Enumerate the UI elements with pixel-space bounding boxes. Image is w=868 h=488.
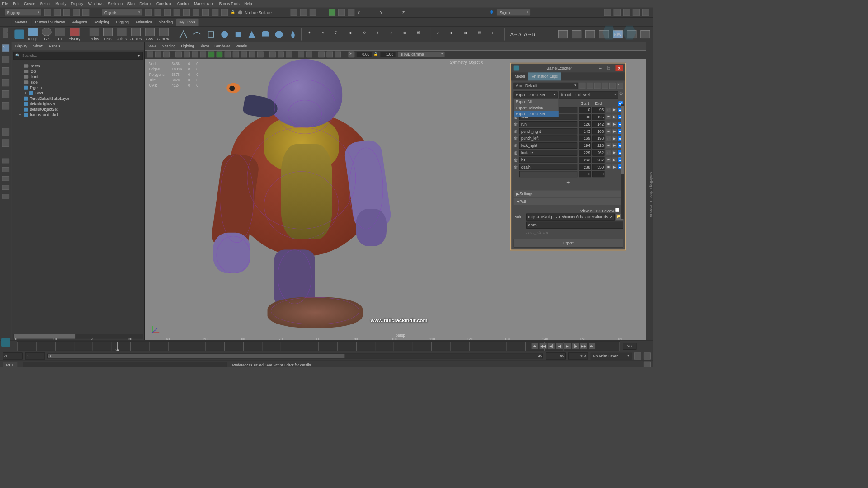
shelf-tab-general[interactable]: General: [12, 18, 32, 26]
snap-point-icon[interactable]: [193, 9, 199, 16]
shelf-rig-2[interactable]: ✕: [321, 28, 331, 41]
vp-image-icon[interactable]: [163, 52, 170, 58]
anim-layer-dropdown[interactable]: No Anim Layer: [591, 352, 632, 359]
clip-name-kick_left[interactable]: kick_left: [519, 150, 577, 156]
open-scene-icon[interactable]: [54, 9, 61, 16]
menuset-dropdown[interactable]: Rigging: [4, 9, 42, 16]
shelf-rig-5[interactable]: ⟲: [362, 28, 373, 41]
vp-film-icon[interactable]: [184, 52, 190, 58]
clip-play-run[interactable]: ▶: [612, 122, 617, 127]
render-icon[interactable]: [300, 9, 307, 16]
shelf-rig-9[interactable]: ⛓: [416, 28, 427, 41]
snap-surface-icon[interactable]: [212, 9, 218, 16]
outliner-item-persp[interactable]: persp: [13, 63, 143, 69]
layout-opt-3[interactable]: [2, 176, 10, 181]
view-fbx-checkbox[interactable]: [615, 208, 620, 212]
clip-name-punch_right[interactable]: punch_right: [519, 128, 577, 135]
menu-display[interactable]: Display: [71, 2, 83, 6]
viewport[interactable]: View Shading Lighting Show Renderer Pane…: [145, 42, 646, 340]
shelf-maya-icon[interactable]: [14, 28, 25, 41]
vp-xray-icon[interactable]: [278, 52, 284, 58]
clip-range-death[interactable]: ⇄: [606, 164, 611, 169]
shelf-tab-polygons[interactable]: Polygons: [68, 18, 90, 26]
prefix-field[interactable]: anim_: [526, 222, 623, 229]
clip-play-hit[interactable]: ▶: [612, 157, 617, 162]
autokey-icon[interactable]: [634, 352, 641, 359]
clip-range-punch_right[interactable]: ⇄: [606, 129, 611, 134]
shelf-rig-3[interactable]: ⤴: [334, 28, 345, 41]
clip-start-punch_right[interactable]: 143: [579, 128, 591, 135]
anim-start-field[interactable]: -1: [3, 352, 23, 359]
shelf-tab-animation[interactable]: Animation: [132, 18, 156, 26]
command-input[interactable]: [23, 362, 227, 367]
menu-deform[interactable]: Deform: [139, 2, 151, 6]
clip-range-punch_left[interactable]: ⇄: [606, 136, 611, 141]
shelf-tool-3[interactable]: [205, 28, 216, 41]
shelf-rig-8[interactable]: ◉: [403, 28, 414, 41]
preset-dropdown[interactable]: Anim Default: [514, 83, 578, 89]
clip-end-punch_right[interactable]: 168: [592, 128, 604, 135]
export-mode-dropdown[interactable]: Export Object Set: [514, 91, 558, 98]
clip-delete-punch_right[interactable]: 🗑: [514, 129, 519, 133]
search-dropdown-icon[interactable]: ▼: [137, 54, 141, 58]
clip-play-punch_right[interactable]: ▶: [612, 129, 617, 134]
preset-delete-icon[interactable]: [609, 83, 616, 89]
outliner-menu-show[interactable]: Show: [33, 44, 43, 48]
shelf-drop[interactable]: [288, 28, 298, 41]
add-clip-button[interactable]: +: [514, 178, 623, 187]
ipr-icon[interactable]: [310, 9, 316, 16]
preset-save-icon[interactable]: [594, 83, 601, 89]
magnet-icon[interactable]: [221, 9, 228, 16]
workspace-icon-1[interactable]: [604, 9, 611, 16]
outliner-item-root[interactable]: +Root: [13, 90, 143, 96]
outliner-menu-display[interactable]: Display: [15, 44, 27, 48]
shelf-cube[interactable]: [233, 28, 244, 41]
clip-end-death[interactable]: 350: [592, 164, 604, 170]
new-scene-icon[interactable]: [44, 9, 51, 16]
path-section[interactable]: ▼Path: [514, 198, 623, 205]
selection-mode-dropdown[interactable]: Objects: [101, 9, 142, 16]
object-set-dropdown[interactable]: francis_and_skel: [559, 91, 618, 98]
shelf-rig-4[interactable]: ◀: [348, 28, 359, 41]
vp-shadow-icon[interactable]: [241, 52, 247, 58]
tab-animation-clips[interactable]: Animation Clips: [528, 72, 561, 80]
clip-name-death[interactable]: death: [519, 164, 577, 170]
close-button[interactable]: X: [615, 65, 623, 71]
clip-name-kick_right[interactable]: kick_right: [519, 142, 577, 149]
step-fwd-key-icon[interactable]: ▶▶: [580, 343, 587, 349]
clip-end-walk[interactable]: 125: [592, 114, 604, 120]
menu-file[interactable]: File: [2, 2, 8, 6]
prefs-icon[interactable]: [644, 352, 651, 359]
menu-skin[interactable]: Skin: [127, 2, 135, 6]
shelf-cylinder[interactable]: [260, 28, 271, 41]
dialog-titlebar[interactable]: Game Exporter – □ X: [511, 64, 625, 73]
vp-grid-icon[interactable]: [175, 52, 182, 58]
step-back-icon[interactable]: ◀|: [548, 343, 555, 349]
minimize-button[interactable]: –: [599, 66, 605, 70]
paint-tool-icon[interactable]: [2, 67, 10, 75]
frame-display[interactable]: 26: [623, 343, 636, 349]
pause-icon[interactable]: [338, 9, 345, 16]
outliner-hscroll[interactable]: [13, 334, 143, 339]
clip-delete-hit[interactable]: 🗑: [514, 158, 519, 162]
shelf-txt-b[interactable]: A→B: [524, 28, 535, 41]
snap-grid-icon[interactable]: [174, 9, 180, 16]
vp-render-icon[interactable]: [326, 52, 333, 58]
outliner-item-top[interactable]: top: [13, 69, 143, 74]
settings-section[interactable]: ▶Settings: [514, 190, 623, 197]
clip-end-hit[interactable]: 287: [592, 157, 604, 163]
shelf-tool-2[interactable]: [192, 28, 203, 41]
select-mode-icon[interactable]: [145, 9, 152, 16]
shelf-toggle[interactable]: Toggle: [28, 28, 38, 41]
clip-range-hit[interactable]: ⇄: [606, 157, 611, 162]
clip-play-walk[interactable]: ▶: [612, 115, 617, 120]
range-track[interactable]: 95 0: [47, 354, 543, 359]
outliner-item-defaultobjectset[interactable]: defaultObjectSet: [13, 107, 143, 112]
clip-range-walk[interactable]: ⇄: [606, 115, 611, 120]
vp-ao-icon[interactable]: [249, 52, 255, 58]
mel-label[interactable]: MEL: [3, 362, 17, 367]
clip-start-hit[interactable]: 263: [579, 157, 591, 163]
vp-menu-lighting[interactable]: Lighting: [181, 44, 194, 48]
vp-colorspace-dropdown[interactable]: sRGB gamma: [397, 51, 445, 58]
shelf-sphere[interactable]: [274, 28, 284, 41]
